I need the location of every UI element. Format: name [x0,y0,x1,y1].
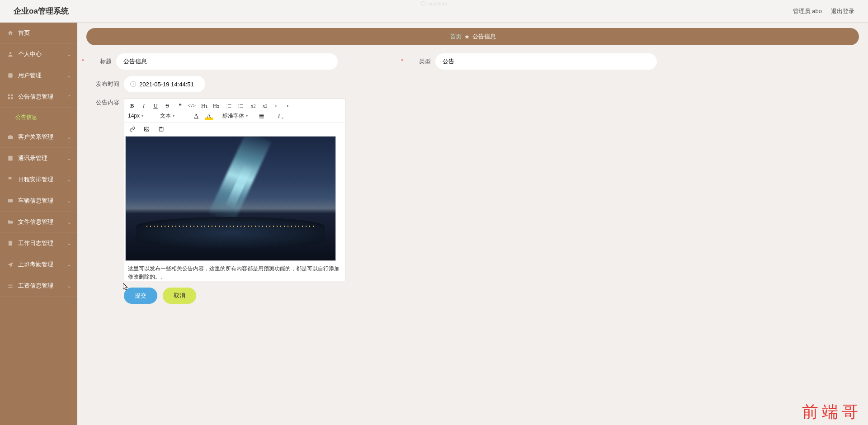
svg-rect-4 [8,97,10,99]
breadcrumb: 首页 ★ 公告信息 [86,28,859,45]
svg-rect-2 [8,94,10,96]
sidebar-item-crm[interactable]: 客户关系管理 ⌄ [0,127,77,148]
chevron-down-icon: ⌄ [67,177,71,182]
svg-point-0 [9,52,12,54]
title-input[interactable] [116,53,338,70]
sidebar-item-vehicles[interactable]: 车辆信息管理 ⌄ [0,190,77,212]
svg-rect-17 [160,127,162,128]
font-style-select[interactable]: 文本 [160,112,183,120]
app-title: 企业oa管理系统 [14,6,69,16]
card-icon [7,198,14,204]
svg-rect-5 [11,97,13,99]
submit-button[interactable]: 提交 [124,288,157,304]
h1-button[interactable]: H₁ [200,102,208,110]
superscript-button[interactable]: x2 [261,102,269,110]
svg-point-13 [238,107,239,108]
user-link[interactable]: 管理员 abo [793,7,822,15]
cancel-button[interactable]: 取消 [163,288,196,304]
list-icon [7,283,14,289]
breadcrumb-home[interactable]: 首页 [450,33,462,41]
sidebar-item-worklogs[interactable]: 工作日志管理 ⌄ [0,233,77,254]
sidebar-label: 公告信息管理 [18,93,53,101]
italic-button[interactable]: I [140,102,148,110]
watermark: 前端哥 [802,401,862,423]
plane-icon [7,261,14,268]
logout-link[interactable]: 退出登录 [831,7,854,15]
chevron-down-icon: ⌄ [67,283,71,288]
title-label: *标题 [86,57,112,66]
save-button[interactable] [157,125,165,133]
unordered-list-button[interactable] [236,102,245,110]
sidebar-label: 文件信息管理 [18,218,53,226]
ordered-list-button[interactable] [225,102,233,110]
bg-color-button[interactable]: A [205,112,213,120]
rich-text-editor: B I U S ❝ </> H₁ H₂ x2 [124,99,345,281]
sidebar-label: 车辆信息管理 [18,197,53,205]
link-button[interactable] [128,125,136,133]
sidebar-item-files[interactable]: 文件信息管理 ⌄ [0,212,77,233]
content-label: 公告内容 [94,99,119,107]
sidebar-item-home[interactable]: 首页 [0,23,77,44]
font-family-select[interactable]: 标准字体 [222,112,248,120]
grid-icon [7,94,14,100]
sidebar-item-attendance[interactable]: 上班考勤管理 ⌄ [0,254,77,275]
svg-rect-6 [8,136,13,139]
indent-button[interactable] [285,102,293,110]
sidebar-label: 首页 [18,29,30,37]
sidebar: 首页 个人中心 ⌄ 用户管理 ⌄ 公告信息管理 ⌃ 公告信息 客户关系管理 ⌄ … [0,23,77,425]
publish-label: 发布时间 [94,80,119,88]
button-row: 提交 取消 [124,288,859,304]
svg-point-15 [146,128,146,129]
clear-format-button[interactable]: I× [275,112,283,120]
editor-toolbar: B I U S ❝ </> H₁ H₂ x2 [124,99,345,123]
chevron-down-icon: ⌄ [67,262,71,267]
folder-icon [7,219,14,225]
svg-rect-3 [11,94,13,96]
strikethrough-button[interactable]: S [163,102,171,110]
book-icon [7,155,14,161]
breadcrumb-current: 公告信息 [472,33,496,41]
bold-button[interactable]: B [128,102,136,110]
sidebar-label: 工作日志管理 [18,239,53,247]
svg-rect-9 [8,199,13,203]
align-button[interactable] [257,112,265,120]
chevron-up-icon: ⌃ [67,94,71,99]
sidebar-item-salary[interactable]: 工资信息管理 ⌄ [0,275,77,297]
image-button[interactable] [142,125,151,133]
sidebar-label: 用户管理 [18,71,42,80]
underline-button[interactable]: U [151,102,160,110]
sidebar-item-profile[interactable]: 个人中心 ⌄ [0,44,77,65]
sidebar-subitem-announcement[interactable]: 公告信息 [0,108,77,127]
sidebar-item-users[interactable]: 用户管理 ⌄ [0,65,77,86]
form-row-title-type: *标题 *类型 [86,53,859,70]
sidebar-item-contacts[interactable]: 通讯录管理 ⌄ [0,148,77,169]
outdent-button[interactable] [274,102,282,110]
sidebar-label: 工资信息管理 [18,282,53,290]
editor-content-area[interactable]: 这里可以发布一些相关公告内容，这里的所有内容都是用预测功能的，都是可以自行添加修… [124,135,345,281]
clock-icon [130,81,136,87]
form-row-publish: 发布时间 [86,76,859,92]
subscript-button[interactable]: x2 [249,102,257,110]
form-row-content: 公告内容 B I U S ❝ </> H₁ H₂ [86,99,859,281]
font-size-select[interactable]: 14px [128,113,151,119]
svg-rect-7 [9,135,11,136]
sidebar-label: 上班考勤管理 [18,260,53,269]
sidebar-item-schedule[interactable]: 日程安排管理 ⌄ [0,169,77,190]
url-ghost-text: localhost [427,1,447,6]
h2-button[interactable]: H₂ [212,102,220,110]
chevron-down-icon: ⌄ [67,135,71,140]
sidebar-item-announcements[interactable]: 公告信息管理 ⌃ [0,86,77,108]
type-input[interactable] [435,53,657,70]
quote-button[interactable]: ❝ [176,102,184,110]
chevron-down-icon: ⌄ [67,52,71,57]
chevron-down-icon: ⌄ [67,198,71,203]
publish-date-input[interactable] [124,76,205,92]
font-color-button[interactable]: A [192,112,200,120]
code-button[interactable]: </> [188,102,196,110]
flag-icon [7,176,14,183]
svg-rect-8 [8,156,12,161]
sidebar-label: 客户关系管理 [18,133,53,141]
sidebar-label: 日程安排管理 [18,175,53,184]
sidebar-label: 个人中心 [18,50,42,58]
chevron-down-icon: ⌄ [67,241,71,246]
